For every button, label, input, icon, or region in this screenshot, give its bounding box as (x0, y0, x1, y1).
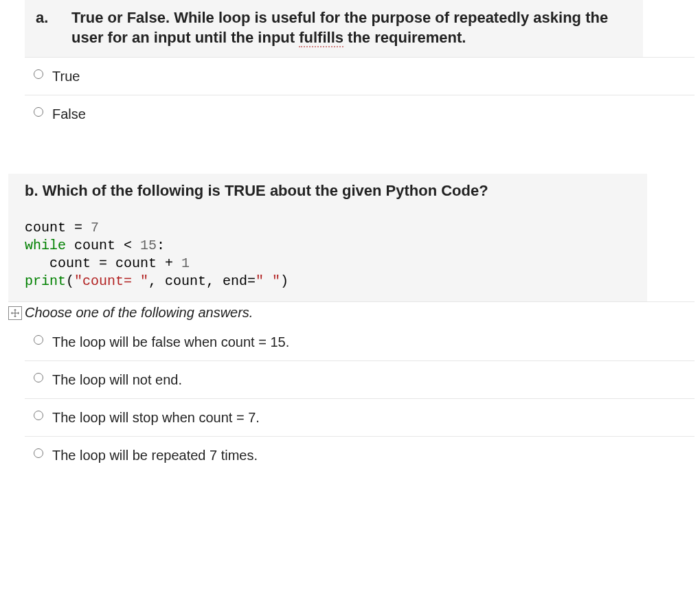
option-label: The loop will be repeated 7 times. (52, 446, 258, 464)
question-a-title: a. True or False. While loop is useful f… (36, 8, 632, 47)
option-label: The loop will not end. (52, 371, 182, 389)
code-token: 15 (140, 238, 157, 253)
radio-input[interactable] (34, 448, 43, 458)
option-row[interactable]: True (25, 57, 695, 95)
radio-slot (25, 67, 52, 79)
code-token: count < (66, 238, 140, 253)
radio-slot (25, 409, 52, 420)
code-token: 7 (91, 220, 99, 236)
code-token: ) (280, 273, 289, 289)
question-a-text: True or False. While loop is useful for … (71, 8, 632, 47)
option-label: True (52, 67, 80, 85)
question-a-header: a. True or False. While loop is useful f… (25, 0, 643, 57)
code-token: "count= " (74, 273, 148, 289)
radio-slot (25, 105, 52, 117)
code-block: count = 7 while count < 15: count = coun… (25, 219, 636, 290)
question-b-header: b. Which of the following is TRUE about … (8, 174, 647, 301)
question-a-marker: a. (36, 8, 71, 47)
code-token: 1 (181, 255, 190, 271)
spellcheck-underline: fulfills (299, 29, 343, 47)
instruction-text: Choose one of the following answers. (25, 302, 253, 323)
option-label: The loop will be false when count = 15. (52, 333, 289, 351)
radio-slot (25, 446, 52, 458)
option-label: The loop will stop when count = 7. (52, 409, 260, 426)
move-handle-icon[interactable] (8, 306, 22, 320)
radio-slot (25, 371, 52, 382)
option-row[interactable]: The loop will be repeated 7 times. (25, 436, 695, 474)
question-b-marker: b. (25, 182, 38, 199)
radio-input[interactable] (34, 107, 43, 117)
code-token: ( (66, 273, 74, 289)
question-a-options: True False (0, 57, 700, 133)
question-a: a. True or False. While loop is useful f… (0, 0, 700, 133)
radio-input[interactable] (34, 69, 43, 79)
question-b: b. Which of the following is TRUE about … (0, 174, 700, 474)
option-row[interactable]: The loop will stop when count = 7. (25, 398, 695, 436)
code-token: count = (25, 220, 91, 236)
code-token: count = count + (25, 255, 181, 271)
code-token: : (157, 238, 165, 253)
option-row[interactable]: False (25, 95, 695, 133)
instruction-row: Choose one of the following answers. (8, 301, 695, 323)
radio-input[interactable] (34, 411, 43, 420)
option-row[interactable]: The loop will be false when count = 15. (25, 323, 695, 360)
question-b-text: Which of the following is TRUE about the… (43, 182, 488, 199)
code-token: " " (256, 273, 280, 289)
code-token: while (25, 238, 66, 253)
radio-input[interactable] (34, 335, 43, 345)
question-b-title: b. Which of the following is TRUE about … (25, 182, 636, 200)
option-label: False (52, 105, 86, 123)
option-row[interactable]: The loop will not end. (25, 360, 695, 398)
radio-slot (25, 333, 52, 345)
code-token: print (25, 273, 66, 289)
radio-input[interactable] (34, 373, 43, 382)
question-a-text-after: the requirement. (343, 29, 466, 46)
code-token: , count, end= (148, 273, 256, 289)
question-b-options: The loop will be false when count = 15. … (0, 323, 700, 474)
